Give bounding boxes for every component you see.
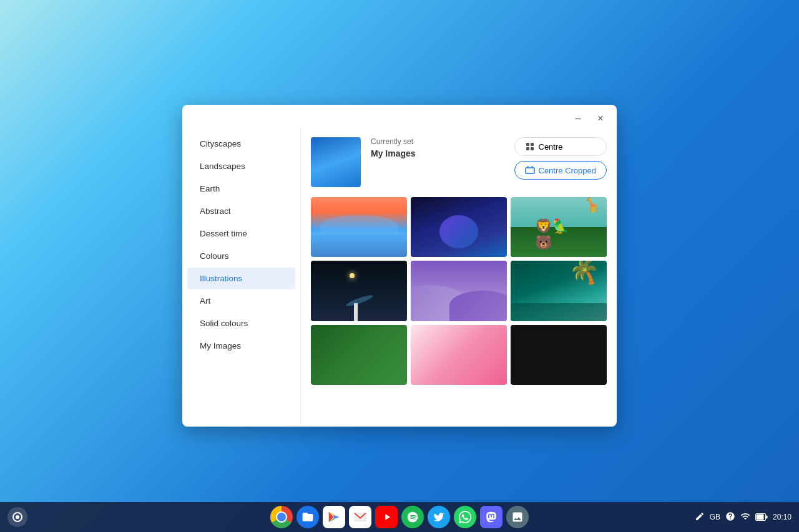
sidebar-item-colours[interactable]: Colours <box>187 245 295 267</box>
svg-rect-12 <box>766 516 768 519</box>
wallpaper-partial3[interactable] <box>511 325 607 385</box>
sidebar-item-earth[interactable]: Earth <box>187 178 295 200</box>
main-area: Currently set My Images Centre <box>301 127 617 427</box>
sidebar-item-my-images[interactable]: My Images <box>187 335 295 357</box>
current-wallpaper-info: Currently set My Images <box>371 137 504 166</box>
dialog-titlebar: – × <box>182 105 617 127</box>
taskbar-files[interactable] <box>297 506 319 528</box>
region-label: GB <box>710 513 720 521</box>
playstore-icon <box>327 510 341 524</box>
taskbar-apps <box>270 506 529 528</box>
whatsapp-icon <box>459 511 471 523</box>
wallpaper-partial1[interactable] <box>311 325 407 385</box>
wallpaper-animals[interactable]: 🦁🦜🐻 🦒 <box>511 197 607 257</box>
svg-rect-1 <box>531 143 534 146</box>
svg-rect-4 <box>526 168 534 173</box>
wallpaper-night[interactable] <box>311 261 407 321</box>
help-icon[interactable] <box>725 511 735 523</box>
svg-point-8 <box>16 515 19 519</box>
status-time: 20:10 <box>773 513 792 521</box>
crop-icon <box>525 165 535 175</box>
dialog-content: Cityscapes Landscapes Earth Abstract Des… <box>182 127 617 427</box>
taskbar-spotify[interactable] <box>401 506 424 528</box>
current-wallpaper-name: My Images <box>371 148 504 158</box>
svg-rect-6 <box>531 166 532 168</box>
wallpaper-palm[interactable]: 🌴 <box>511 261 607 321</box>
svg-rect-3 <box>531 147 534 150</box>
current-wallpaper-preview <box>311 137 361 187</box>
photos-icon <box>511 511 524 523</box>
sidebar-item-dessert-time[interactable]: Dessert time <box>187 223 295 244</box>
wallpaper-grid: 🦁🦜🐻 🦒 <box>311 197 607 385</box>
wallpaper-partial2[interactable] <box>411 325 507 385</box>
edit-icon[interactable] <box>695 511 705 523</box>
taskbar-playstore[interactable] <box>323 506 345 528</box>
svg-rect-11 <box>756 515 763 520</box>
taskbar-left <box>7 507 27 527</box>
wifi-icon <box>740 511 750 523</box>
sidebar-item-cityscapes[interactable]: Cityscapes <box>187 133 295 155</box>
taskbar-photos[interactable] <box>506 506 529 528</box>
gmail-icon <box>353 512 367 522</box>
youtube-icon <box>380 513 393 521</box>
svg-rect-5 <box>527 166 529 168</box>
svg-rect-2 <box>526 147 529 150</box>
sidebar-item-landscapes[interactable]: Landscapes <box>187 155 295 177</box>
wallpaper-dialog: – × Cityscapes Landscapes Earth Abstract… <box>182 105 617 427</box>
centre-cropped-button[interactable]: Centre Cropped <box>514 161 607 180</box>
mastodon-icon <box>485 511 498 523</box>
taskbar-gmail[interactable] <box>349 506 371 528</box>
sidebar-item-illustrations[interactable]: Illustrations <box>187 268 295 289</box>
taskbar-twitter[interactable] <box>428 506 450 528</box>
taskbar: GB 20:10 <box>0 502 799 532</box>
wallpaper-beach[interactable] <box>311 197 407 257</box>
battery-icon <box>755 513 768 521</box>
currently-set-label: Currently set <box>371 137 504 146</box>
wallpaper-space[interactable] <box>411 197 507 257</box>
spotify-icon <box>406 511 419 523</box>
close-button[interactable]: × <box>592 110 609 127</box>
svg-marker-9 <box>385 514 390 520</box>
taskbar-chrome[interactable] <box>270 506 293 528</box>
sidebar: Cityscapes Landscapes Earth Abstract Des… <box>182 127 301 427</box>
launcher-icon <box>12 511 23 523</box>
position-buttons: Centre Centre Cropped <box>514 137 607 180</box>
taskbar-right: GB 20:10 <box>695 511 792 523</box>
taskbar-mastodon[interactable] <box>480 506 502 528</box>
current-preview-image <box>311 137 361 187</box>
taskbar-whatsapp[interactable] <box>454 506 476 528</box>
launcher-button[interactable] <box>7 507 27 527</box>
files-icon <box>301 511 314 523</box>
sidebar-item-art[interactable]: Art <box>187 290 295 312</box>
centre-button[interactable]: Centre <box>514 137 607 156</box>
sidebar-item-abstract[interactable]: Abstract <box>187 200 295 222</box>
grid-icon <box>525 142 535 152</box>
twitter-icon <box>433 511 444 523</box>
minimize-button[interactable]: – <box>569 110 587 127</box>
taskbar-youtube[interactable] <box>375 506 398 528</box>
wallpaper-desert[interactable] <box>411 261 507 321</box>
current-set-section: Currently set My Images Centre <box>311 137 607 187</box>
sidebar-item-solid-colours[interactable]: Solid colours <box>187 312 295 334</box>
svg-rect-0 <box>526 143 529 146</box>
